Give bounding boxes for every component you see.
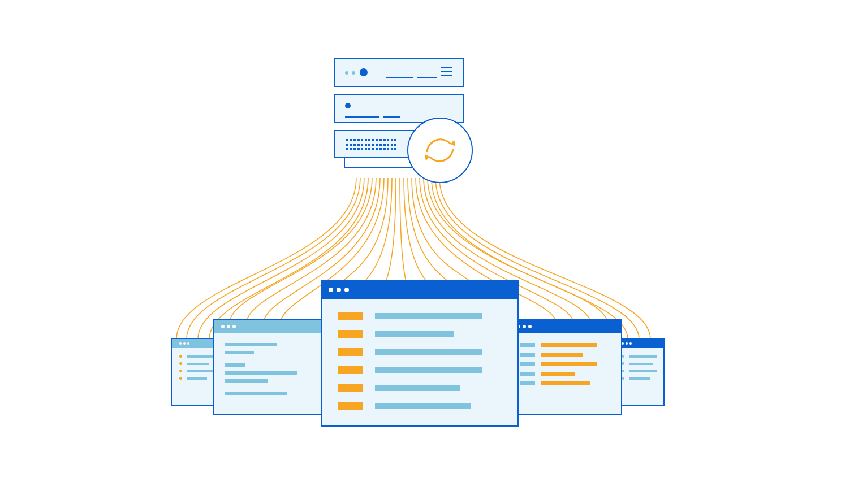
client-window-mid-right: [509, 319, 622, 415]
list-item: [520, 381, 611, 385]
list-item: [338, 366, 502, 374]
window-dot-icon: [232, 325, 236, 328]
window-dot-icon: [221, 325, 225, 328]
server1-dot2: [352, 71, 355, 75]
list-item: [338, 348, 502, 356]
list-item: [338, 384, 502, 392]
server1-hamburger-icon: [441, 67, 452, 79]
list-item: [179, 377, 214, 380]
text-line: [187, 370, 214, 372]
window-dot-icon: [528, 325, 532, 328]
window-dot-icon: [629, 342, 632, 345]
window-dot-icon: [626, 342, 628, 345]
tag-icon: [338, 348, 363, 356]
tag-icon: [338, 366, 363, 374]
list-item: [520, 362, 611, 366]
content: [225, 343, 315, 399]
list-item: [520, 343, 611, 347]
window-dot-icon: [179, 342, 182, 345]
text-line: [541, 362, 597, 366]
small-tag: [520, 343, 535, 347]
server1-line1: [386, 77, 413, 78]
text-line: [225, 379, 268, 383]
list-item: [338, 330, 502, 338]
server1-dot-large: [360, 68, 368, 76]
content: [622, 355, 657, 384]
titlebar: [322, 281, 517, 299]
text-line: [541, 381, 590, 385]
list-item: [179, 355, 214, 358]
content: [338, 312, 502, 420]
text-line: [225, 363, 245, 367]
server1-dot1: [345, 71, 348, 75]
list-item: [520, 372, 611, 376]
bullet-icon: [179, 377, 182, 380]
server2-line2: [383, 116, 400, 118]
text-line: [225, 351, 254, 354]
list-item: [622, 370, 657, 372]
text-line: [187, 363, 209, 365]
text-line: [375, 403, 471, 409]
small-tag: [520, 353, 535, 357]
bullet-icon: [179, 370, 182, 372]
list-item: [622, 377, 657, 380]
window-dot-icon: [344, 288, 349, 292]
client-window-mid-left: [213, 319, 326, 415]
window-dot-icon: [329, 288, 333, 292]
sync-arrows-icon: [419, 129, 461, 171]
server3-vent-grid: [346, 139, 397, 151]
client-window-center: [321, 280, 519, 427]
text-line: [375, 349, 482, 355]
server1-line2: [417, 77, 437, 78]
server2-line1: [345, 116, 379, 118]
tag-icon: [338, 312, 363, 320]
tag-icon: [338, 402, 363, 410]
window-dot-icon: [337, 288, 341, 292]
list-item: [520, 353, 611, 357]
list-item: [179, 362, 214, 365]
window-dot-icon: [187, 342, 189, 345]
text-line: [225, 343, 277, 346]
list-item: [338, 402, 502, 410]
text-line: [629, 377, 650, 380]
titlebar: [214, 320, 325, 333]
text-line: [541, 353, 583, 357]
text-line: [187, 355, 214, 358]
window-dot-icon: [227, 325, 230, 328]
tag-icon: [338, 330, 363, 338]
diagram-canvas: [0, 0, 854, 504]
text-line: [541, 372, 575, 376]
small-tag: [520, 372, 535, 376]
text-line: [629, 370, 657, 372]
small-tag: [520, 381, 535, 385]
text-line: [375, 367, 482, 373]
content: [520, 343, 611, 391]
text-line: [541, 343, 597, 347]
list-item: [622, 355, 657, 358]
bullet-icon: [179, 355, 182, 358]
text-line: [187, 377, 207, 380]
bullet-icon: [179, 362, 182, 365]
server-unit-1: [334, 58, 464, 87]
server2-dot: [345, 103, 351, 108]
small-tag: [520, 362, 535, 366]
sync-badge: [407, 118, 473, 183]
content: [179, 355, 214, 384]
titlebar: [510, 320, 621, 333]
text-line: [375, 385, 460, 391]
list-item: [338, 312, 502, 320]
window-dot-icon: [523, 325, 526, 328]
text-line: [375, 331, 454, 337]
text-line: [225, 371, 297, 375]
text-line: [375, 313, 482, 319]
text-line: [629, 363, 653, 365]
list-item: [179, 370, 214, 372]
text-line: [629, 355, 657, 358]
window-dot-icon: [183, 342, 186, 345]
list-item: [622, 362, 657, 365]
tag-icon: [338, 384, 363, 392]
text-line: [225, 392, 287, 395]
